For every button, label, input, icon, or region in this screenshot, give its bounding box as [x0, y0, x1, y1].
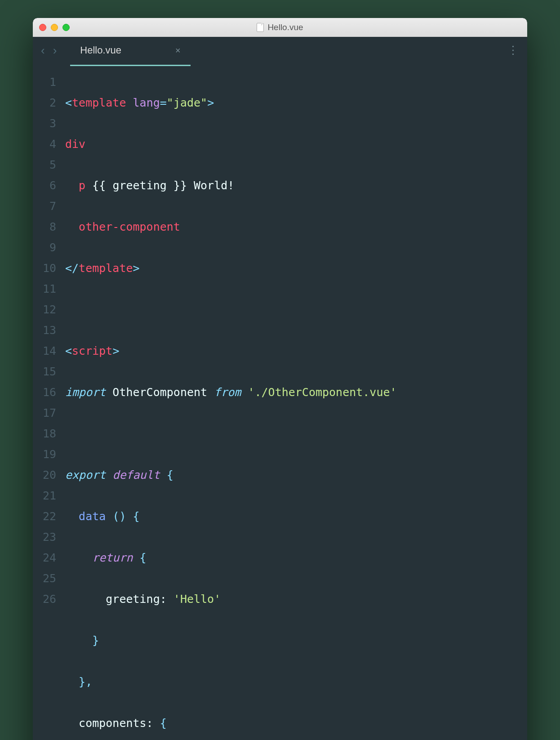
line-number: 1: [33, 72, 56, 93]
line-number: 20: [33, 465, 56, 486]
code-line: p {{ greeting }} World!: [65, 175, 518, 196]
line-number: 26: [33, 589, 56, 610]
code-line: <template lang="jade">: [65, 93, 518, 113]
code-line: },: [65, 672, 518, 692]
line-gutter: 1 2 3 4 5 6 7 8 9 10 11 12 13 14 15 16 1…: [33, 72, 65, 740]
tab-active[interactable]: Hello.vue ×: [75, 41, 186, 60]
code-line: components: {: [65, 713, 518, 734]
code-content[interactable]: <template lang="jade"> div p {{ greeting…: [65, 72, 527, 740]
line-number: 6: [33, 175, 56, 196]
line-number: 23: [33, 527, 56, 548]
file-icon: [257, 23, 264, 32]
line-number: 16: [33, 382, 56, 403]
line-number: 21: [33, 486, 56, 506]
line-number: 7: [33, 196, 56, 217]
code-line: [65, 299, 518, 320]
line-number: 25: [33, 568, 56, 589]
code-line: export default {: [65, 465, 518, 486]
line-number: 12: [33, 299, 56, 320]
code-line: }: [65, 630, 518, 651]
code-line: [65, 423, 518, 444]
code-line: <script>: [65, 341, 518, 361]
nav-back-icon[interactable]: ‹: [41, 44, 45, 58]
line-number: 15: [33, 361, 56, 382]
line-number: 19: [33, 444, 56, 465]
line-number: 24: [33, 548, 56, 568]
line-number: 13: [33, 320, 56, 341]
tab-close-icon[interactable]: ×: [175, 45, 181, 56]
tab-underline: [70, 65, 190, 66]
window-title-text: Hello.vue: [267, 22, 303, 32]
code-line: </template>: [65, 258, 518, 279]
window-titlebar[interactable]: Hello.vue: [33, 18, 527, 37]
code-line: data () {: [65, 506, 518, 527]
line-number: 3: [33, 113, 56, 134]
line-number: 9: [33, 237, 56, 258]
editor-area[interactable]: 1 2 3 4 5 6 7 8 9 10 11 12 13 14 15 16 1…: [33, 64, 527, 740]
window-title: Hello.vue: [33, 22, 527, 32]
nav-forward-icon[interactable]: ›: [53, 44, 57, 58]
line-number: 18: [33, 423, 56, 444]
line-number: 14: [33, 341, 56, 361]
line-number: 11: [33, 279, 56, 299]
line-number: 2: [33, 93, 56, 113]
line-number: 5: [33, 155, 56, 175]
code-line: import OtherComponent from './OtherCompo…: [65, 382, 518, 403]
line-number: 4: [33, 134, 56, 155]
editor-window: Hello.vue ‹ › Hello.vue × ⋯ 1 2 3 4 5 6 …: [33, 18, 527, 740]
line-number: 8: [33, 217, 56, 237]
nav-arrows: ‹ ›: [41, 44, 57, 58]
tab-menu-icon[interactable]: ⋯: [506, 44, 520, 57]
line-number: 22: [33, 506, 56, 527]
code-line: return {: [65, 548, 518, 568]
code-line: greeting: 'Hello': [65, 589, 518, 610]
line-number: 17: [33, 403, 56, 423]
tab-bar: ‹ › Hello.vue × ⋯: [33, 37, 527, 64]
code-line: other-component: [65, 217, 518, 237]
code-line: div: [65, 134, 518, 155]
line-number: 10: [33, 258, 56, 279]
tab-filename: Hello.vue: [80, 45, 121, 56]
